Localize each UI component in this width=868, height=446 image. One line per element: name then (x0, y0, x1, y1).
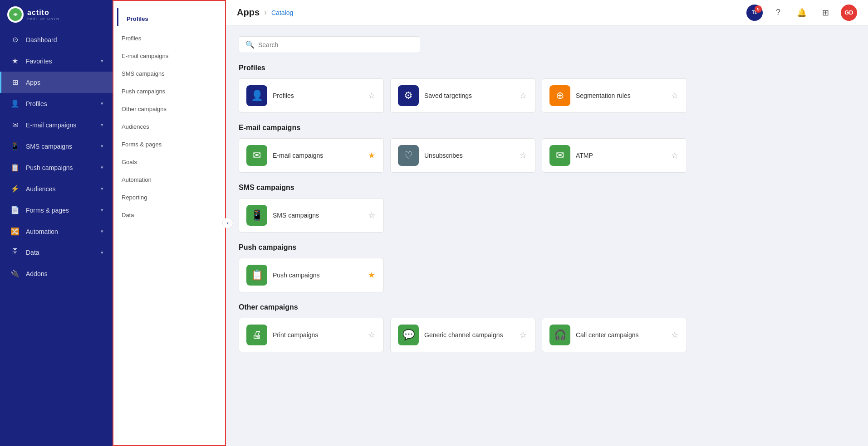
sidebar-item-push-campaigns[interactable]: 📋 Push campaigns ▾ (0, 157, 113, 178)
sms-campaigns-icon: 📱 (10, 142, 20, 150)
collapse-panel-button[interactable]: ‹ (226, 218, 233, 228)
card-sms-campaigns-card[interactable]: 📱SMS campaigns☆ (239, 198, 384, 233)
logo-sub: PART OF GNTN (27, 17, 59, 21)
section-email-campaigns: E-mail campaigns✉E-mail campaigns★♡Unsub… (239, 124, 855, 173)
card-saved-targetings[interactable]: ⚙Saved targetings☆ (390, 78, 535, 113)
sidebar-item-audiences[interactable]: ⚡ Audiences ▾ (0, 178, 113, 199)
card-email-campaigns-card[interactable]: ✉E-mail campaigns★ (239, 138, 384, 173)
card-atmp[interactable]: ✉ATMP☆ (542, 138, 687, 173)
email-campaigns-card-star[interactable]: ★ (367, 150, 376, 161)
sidebar-label-audiences: Audiences (26, 185, 94, 193)
sidebar-label-push-campaigns: Push campaigns (26, 164, 94, 171)
addons-icon: 🔌 (10, 269, 20, 278)
segmentation-rules-icon: ⊕ (549, 85, 570, 106)
call-center-star[interactable]: ☆ (670, 329, 679, 341)
segmentation-rules-star[interactable]: ☆ (670, 90, 679, 102)
chevron-icon: ▾ (101, 143, 103, 149)
unsubscribes-label: Unsubscribes (424, 152, 513, 159)
email-campaigns-card-icon: ✉ (246, 145, 267, 166)
search-input[interactable] (258, 41, 413, 48)
card-push-campaigns-card[interactable]: 📋Push campaigns★ (239, 258, 384, 292)
card-call-center[interactable]: 🎧Call center campaigns☆ (542, 318, 687, 352)
logo-icon (7, 6, 24, 23)
middle-item-push-campaigns[interactable]: Push campaigns (113, 82, 225, 100)
middle-item-goals[interactable]: Goals (113, 153, 225, 171)
cards-row-profiles: 👤Profiles☆⚙Saved targetings☆⊕Segmentatio… (239, 78, 855, 113)
sidebar-item-addons[interactable]: 🔌 Addons (0, 263, 113, 284)
card-generic-channel[interactable]: 💬Generic channel campaigns☆ (390, 318, 535, 352)
saved-targetings-icon: ⚙ (398, 85, 419, 106)
sidebar-item-sms-campaigns[interactable]: 📱 SMS campaigns ▾ (0, 136, 113, 157)
card-print-campaigns[interactable]: 🖨Print campaigns☆ (239, 318, 384, 352)
call-center-label: Call center campaigns (576, 331, 665, 339)
section-push-campaigns: Push campaigns📋Push campaigns★ (239, 243, 855, 292)
chevron-icon: ▾ (101, 122, 103, 128)
push-campaigns-card-label: Push campaigns (273, 271, 362, 279)
section-title-email-campaigns: E-mail campaigns (239, 124, 855, 132)
sidebar-item-forms-pages[interactable]: 📄 Forms & pages ▾ (0, 199, 113, 221)
card-unsubscribes[interactable]: ♡Unsubscribes☆ (390, 138, 535, 173)
breadcrumb[interactable]: Catalog (271, 9, 293, 16)
favorites-icon: ★ (10, 57, 20, 65)
generic-channel-star[interactable]: ☆ (519, 329, 528, 341)
sidebar-item-profiles[interactable]: 👤 Profiles ▾ (0, 93, 113, 114)
atmp-icon: ✉ (549, 145, 570, 166)
sidebar-item-apps[interactable]: ⊞ Apps (0, 72, 113, 93)
middle-item-audiences[interactable]: Audiences (113, 118, 225, 136)
print-campaigns-star[interactable]: ☆ (367, 329, 376, 341)
chevron-icon: ▾ (101, 228, 103, 234)
sidebar-item-data[interactable]: 🗄 Data ▾ (0, 242, 113, 263)
sidebar-label-favorites: Favorites (26, 58, 94, 65)
avatar[interactable]: GD (841, 5, 857, 21)
atmp-star[interactable]: ☆ (670, 150, 679, 161)
sidebar-item-automation[interactable]: 🔀 Automation ▾ (0, 221, 113, 242)
sidebar-item-favorites[interactable]: ★ Favorites ▾ (0, 50, 113, 72)
eye-button[interactable]: TL 5 (746, 5, 763, 21)
middle-item-data[interactable]: Data (113, 206, 225, 224)
middle-item-reporting[interactable]: Reporting (113, 189, 225, 206)
card-segmentation-rules[interactable]: ⊕Segmentation rules☆ (542, 78, 687, 113)
push-campaigns-card-star[interactable]: ★ (367, 269, 376, 281)
sidebar-item-dashboard[interactable]: ⊙ Dashboard (0, 29, 113, 50)
apps-icon: ⊞ (10, 78, 20, 87)
cards-row-push-campaigns: 📋Push campaigns★ (239, 258, 855, 292)
middle-item-automation[interactable]: Automation (113, 171, 225, 189)
push-campaigns-card-icon: 📋 (246, 265, 267, 286)
help-button[interactable]: ? (770, 5, 786, 21)
middle-item-email-campaigns[interactable]: E-mail campaigns (113, 47, 225, 65)
section-other-campaigns: Other campaigns🖨Print campaigns☆💬Generic… (239, 303, 855, 352)
segmentation-rules-label: Segmentation rules (576, 92, 665, 99)
automation-icon: 🔀 (10, 227, 20, 236)
section-title-profiles: Profiles (239, 64, 855, 72)
push-campaigns-icon: 📋 (10, 163, 20, 172)
forms-pages-icon: 📄 (10, 206, 20, 214)
saved-targetings-star[interactable]: ☆ (519, 90, 528, 102)
profiles-card-star[interactable]: ☆ (367, 90, 376, 102)
sidebar-label-profiles: Profiles (26, 100, 94, 107)
sections-container: Profiles👤Profiles☆⚙Saved targetings☆⊕Seg… (239, 64, 855, 352)
sms-campaigns-card-star[interactable]: ☆ (367, 209, 376, 221)
call-center-icon: 🎧 (549, 325, 570, 345)
sidebar-item-email-campaigns[interactable]: ✉ E-mail campaigns ▾ (0, 114, 113, 136)
section-title-other-campaigns: Other campaigns (239, 303, 855, 311)
saved-targetings-label: Saved targetings (424, 92, 513, 99)
sidebar: actito PART OF GNTN ⊙ Dashboard ★ Favori… (0, 0, 113, 446)
sidebar-label-data: Data (26, 249, 94, 256)
middle-item-other-campaigns[interactable]: Other campaigns (113, 100, 225, 118)
search-bar: 🔍 (239, 36, 420, 53)
grid-button[interactable]: ⊞ (817, 5, 834, 21)
middle-item-profiles[interactable]: Profiles (113, 29, 225, 47)
chevron-icon: ▾ (101, 250, 103, 256)
card-profiles-card[interactable]: 👤Profiles☆ (239, 78, 384, 113)
unsubscribes-icon: ♡ (398, 145, 419, 166)
unsubscribes-star[interactable]: ☆ (519, 150, 528, 161)
middle-panel-header: Profiles (117, 8, 225, 26)
generic-channel-label: Generic channel campaigns (424, 331, 513, 339)
chevron-icon: ▾ (101, 207, 103, 213)
logo-name: actito (27, 9, 59, 17)
bell-button[interactable]: 🔔 (794, 5, 810, 21)
sidebar-label-forms-pages: Forms & pages (26, 207, 94, 214)
middle-item-forms-pages[interactable]: Forms & pages (113, 136, 225, 153)
middle-item-sms-campaigns[interactable]: SMS campaigns (113, 65, 225, 82)
dashboard-icon: ⊙ (10, 35, 20, 44)
